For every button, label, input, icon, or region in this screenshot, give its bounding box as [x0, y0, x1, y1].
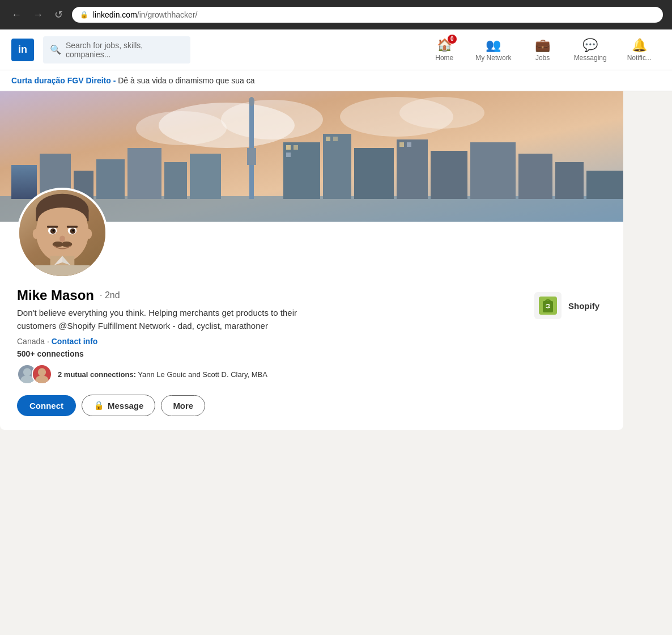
svg-rect-23: [518, 154, 552, 199]
mutual-connections: 2 mutual connections: Yann Le Gouic and …: [17, 364, 528, 384]
svg-point-9: [249, 97, 254, 106]
svg-rect-21: [431, 151, 467, 199]
linkedin-logo[interactable]: in: [11, 39, 34, 61]
nav-item-home[interactable]: 🏠 0 Home: [424, 38, 464, 62]
svg-point-5: [399, 97, 484, 129]
profile-avatar: [17, 188, 108, 278]
svg-rect-26: [286, 145, 291, 150]
svg-rect-43: [47, 226, 58, 228]
ad-link[interactable]: Curta duração FGV Direito -: [11, 76, 116, 85]
nav-item-notifications[interactable]: 🔔 Notific...: [618, 38, 661, 62]
search-bar[interactable]: 🔍 Search for jobs, skills, companies...: [43, 36, 190, 64]
svg-rect-22: [470, 142, 516, 199]
shopify-logo: [534, 292, 562, 319]
svg-rect-16: [190, 154, 221, 199]
svg-rect-25: [586, 171, 623, 199]
mutual-text: 2 mutual connections: Yann Le Gouic and …: [58, 370, 267, 379]
svg-rect-61: [543, 301, 553, 312]
home-icon: 🏠 0: [437, 38, 452, 53]
nav-item-network[interactable]: 👥 My Network: [466, 38, 520, 62]
nav-item-messaging[interactable]: 💬 Messaging: [565, 38, 616, 62]
mutual-avatar-2: [32, 364, 52, 384]
company-name: Shopify: [568, 301, 599, 311]
nav-items: 🏠 0 Home 👥 My Network 💼 Jobs 💬 Messaging…: [424, 38, 661, 62]
forward-button[interactable]: →: [31, 7, 45, 23]
svg-rect-32: [407, 142, 411, 147]
search-placeholder: Search for jobs, skills, companies...: [66, 41, 184, 59]
notifications-label: Notific...: [627, 54, 652, 62]
messaging-label: Messaging: [574, 54, 607, 62]
messaging-icon: 💬: [582, 38, 598, 53]
ad-text: Dê à sua vida o dinamismo que sua ca: [116, 76, 254, 85]
connections-count[interactable]: 500+ connections: [17, 349, 528, 358]
lock-icon: 🔒: [93, 400, 104, 410]
svg-point-49: [86, 229, 92, 239]
ad-banner: Curta duração FGV Direito - Dê à sua vid…: [0, 70, 672, 91]
url-display: linkedin.com/in/growthhacker/: [93, 10, 197, 19]
home-label: Home: [435, 54, 453, 62]
profile-info: Mike Mason · 2nd Don't believe everythin…: [0, 278, 623, 430]
my-network-label: My Network: [475, 54, 511, 62]
svg-point-58: [38, 368, 46, 376]
svg-rect-29: [326, 137, 330, 141]
svg-point-2: [221, 100, 323, 139]
jobs-label: Jobs: [535, 54, 550, 62]
svg-rect-51: [35, 265, 90, 276]
back-button[interactable]: ←: [9, 7, 24, 23]
svg-rect-27: [294, 145, 298, 150]
linkedin-navbar: in 🔍 Search for jobs, skills, companies.…: [0, 29, 672, 70]
address-bar[interactable]: 🔒 linkedin.com/in/growthhacker/: [72, 7, 663, 23]
connect-button[interactable]: Connect: [17, 395, 76, 416]
svg-rect-44: [67, 226, 78, 228]
svg-rect-30: [333, 137, 338, 141]
more-button[interactable]: More: [161, 395, 205, 416]
svg-rect-8: [247, 148, 256, 165]
profile-name-row: Mike Mason · 2nd: [17, 287, 528, 303]
svg-point-48: [33, 229, 40, 239]
contact-info-link[interactable]: Contact info: [52, 337, 98, 346]
browser-chrome: ← → ↺ 🔒 linkedin.com/in/growthhacker/: [0, 0, 672, 29]
connection-degree: · 2nd: [100, 290, 120, 300]
svg-point-41: [53, 230, 55, 232]
svg-rect-28: [286, 153, 291, 157]
mutual-avatars: [17, 364, 52, 384]
svg-rect-31: [399, 142, 404, 147]
message-button[interactable]: 🔒 Message: [82, 395, 155, 416]
svg-point-55: [23, 368, 31, 376]
svg-point-3: [136, 111, 227, 145]
svg-point-45: [59, 235, 65, 242]
lock-icon: 🔒: [80, 11, 88, 19]
nav-item-jobs[interactable]: 💼 Jobs: [523, 38, 563, 62]
svg-rect-14: [127, 148, 161, 199]
reload-button[interactable]: ↺: [52, 6, 65, 23]
company-badge: Shopify: [528, 287, 606, 324]
network-icon: 👥: [486, 38, 501, 53]
svg-point-42: [72, 230, 74, 232]
svg-rect-24: [555, 162, 584, 199]
svg-rect-17: [283, 142, 320, 199]
action-buttons: Connect 🔒 Message More: [17, 395, 528, 416]
profile-name: Mike Mason: [17, 287, 94, 303]
svg-point-36: [37, 208, 87, 235]
home-badge: 0: [448, 35, 457, 44]
profile-location: Canada · Contact info: [17, 337, 528, 346]
svg-rect-19: [354, 148, 394, 199]
svg-rect-20: [397, 139, 428, 199]
profile-headline: Don't believe everything you think. Help…: [17, 307, 334, 332]
jobs-icon: 💼: [535, 38, 550, 53]
profile-left: Mike Mason · 2nd Don't believe everythin…: [17, 287, 528, 416]
svg-rect-15: [164, 162, 187, 199]
notifications-icon: 🔔: [632, 38, 647, 53]
profile-card: Mike Mason · 2nd Don't believe everythin…: [0, 91, 623, 430]
svg-rect-18: [323, 134, 351, 199]
search-icon: 🔍: [50, 44, 61, 55]
